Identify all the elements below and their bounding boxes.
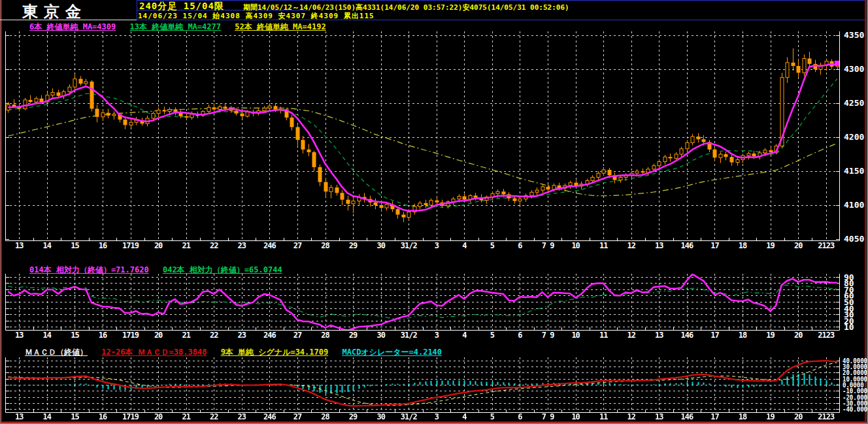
x-tick-label: 6 — [507, 331, 533, 340]
x-tick-label: 4 — [451, 331, 477, 340]
x-tick-label: 13 — [6, 242, 32, 250]
header: 東京金 240分足 15/04限 期間14/05/12～14/06/23(150… — [0, 0, 868, 20]
x-tick-label: 30 — [368, 413, 394, 421]
x-tick-label: 27 — [284, 331, 310, 340]
x-tick-label: 246 — [256, 331, 282, 340]
x-tick-label: 16 — [90, 413, 116, 421]
header-underline — [0, 20, 138, 20]
main-x-axis-labels: 131415161719202122232462728293031/234567… — [5, 242, 840, 251]
x-tick-label: 31/2 — [395, 413, 422, 421]
x-tick-label: 27 — [284, 242, 310, 250]
x-tick-label: 10 — [563, 242, 589, 250]
x-tick-label: 11 — [590, 242, 616, 250]
x-tick-label: 146 — [674, 413, 700, 421]
y-tick-label: 4200 — [844, 133, 864, 142]
x-tick-label: 12 — [618, 413, 644, 421]
x-tick-label: 7 9 — [535, 331, 561, 340]
x-tick-label: 23 — [229, 242, 255, 250]
x-tick-label: 29 — [340, 413, 366, 421]
x-tick-label: 22 — [201, 242, 227, 250]
x-tick-label: 21 — [173, 331, 199, 340]
x-tick-label: 11 — [590, 413, 616, 421]
x-tick-label: 7 9 — [535, 242, 561, 250]
x-tick-label: 2123 — [813, 242, 839, 250]
x-tick-label: 19 — [758, 413, 784, 421]
main-chart-canvas[interactable] — [5, 31, 840, 241]
x-tick-label: 246 — [256, 242, 282, 250]
x-tick-label: 29 — [340, 242, 366, 250]
infobox-border-top — [137, 0, 865, 1]
x-tick-label: 6 — [507, 242, 533, 250]
x-tick-label: 2123 — [813, 413, 839, 421]
oscillator-value-legend[interactable]: MACDオシレーター=4.2140 — [342, 348, 442, 357]
x-tick-label: 22 — [201, 413, 227, 421]
x-tick-label: 13 — [6, 331, 32, 340]
y-tick-label: -40.0000 — [843, 405, 868, 414]
y-tick-label: 4100 — [844, 201, 864, 210]
x-tick-label: 7 9 — [535, 413, 561, 421]
ma13-legend[interactable]: 13本 終値単純 MA=4277 — [129, 22, 220, 31]
rsi14-legend[interactable]: 014本 相対力（終値）=71.7620 — [29, 265, 149, 274]
x-tick-label: 14 — [34, 242, 60, 250]
rsi-x-axis-labels: 131415161719202122232462728293031/234567… — [5, 331, 840, 340]
x-tick-label: 20 — [145, 331, 171, 340]
x-tick-label: 10 — [563, 331, 589, 340]
main-y-axis-labels: 4350430042504200415041004050 — [843, 31, 868, 241]
x-tick-label: 2123 — [813, 331, 839, 340]
x-tick-label: 19 — [758, 242, 784, 250]
x-tick-label: 20 — [785, 413, 811, 421]
frame-left — [1, 0, 2, 424]
x-tick-label: 28 — [312, 242, 339, 250]
rsi-chart-canvas[interactable] — [5, 274, 840, 331]
x-tick-label: 146 — [674, 242, 700, 250]
x-tick-label: 14 — [34, 413, 60, 421]
x-tick-label: 28 — [312, 331, 339, 340]
x-tick-label: 20 — [145, 242, 171, 250]
ma52-legend[interactable]: 52本 終値単純 MA=4192 — [235, 22, 326, 31]
x-tick-label: 13 — [646, 413, 672, 421]
x-tick-label: 12 — [618, 242, 644, 250]
x-tick-label: 5 — [479, 413, 505, 421]
signal-value-legend[interactable]: 9本 単純 シグナル=34.1709 — [221, 348, 329, 357]
x-tick-label: 4 — [451, 413, 477, 421]
x-tick-label: 31/2 — [395, 242, 422, 250]
x-tick-label: 12 — [618, 331, 644, 340]
x-tick-label: 27 — [284, 413, 310, 421]
ma6-legend[interactable]: 6本 終値単純 MA=4309 — [29, 22, 116, 31]
rsi-y-axis-labels: 908070605040302010 — [843, 274, 868, 331]
x-tick-label: 28 — [312, 413, 339, 421]
y-tick-label: 4150 — [844, 167, 864, 176]
x-tick-label: 20 — [785, 242, 811, 250]
x-tick-label: 4 — [451, 242, 477, 250]
macd-chart-canvas[interactable] — [5, 357, 840, 413]
x-tick-label: 13 — [646, 242, 672, 250]
x-tick-label: 23 — [229, 413, 255, 421]
x-tick-label: 11 — [590, 331, 616, 340]
x-tick-label: 15 — [61, 242, 88, 250]
x-tick-label: 20 — [145, 413, 171, 421]
x-tick-label: 5 — [479, 242, 505, 250]
x-tick-label: 6 — [507, 413, 533, 421]
x-tick-label: 17 — [701, 413, 727, 421]
macd-title-legend: ＭＡＣＤ（終値） — [25, 348, 88, 357]
x-tick-label: 19 — [758, 331, 784, 340]
macd-legend: ＭＡＣＤ（終値） 12-26本 ＭＡＣＤ=38.3848 9本 単純 シグナル=… — [25, 347, 451, 358]
y-tick-label: 4050 — [844, 235, 864, 244]
x-tick-label: 246 — [256, 413, 282, 421]
macd-value-legend[interactable]: 12-26本 ＭＡＣＤ=38.3848 — [101, 348, 207, 357]
x-tick-label: 29 — [340, 331, 366, 340]
x-tick-label: 13 — [646, 331, 672, 340]
x-tick-label: 3 — [424, 331, 450, 340]
rsi42-legend[interactable]: 042本 相対力（終値）=65.0744 — [163, 265, 282, 274]
x-tick-label: 18 — [729, 413, 756, 421]
x-tick-label: 1719 — [118, 413, 144, 421]
x-tick-label: 146 — [674, 331, 700, 340]
x-tick-label: 16 — [90, 331, 116, 340]
trading-chart-window: 東京金 240分足 15/04限 期間14/05/12～14/06/23(150… — [0, 0, 868, 424]
x-tick-label: 21 — [173, 242, 199, 250]
y-tick-label: 4250 — [844, 99, 864, 108]
x-tick-label: 1719 — [118, 331, 144, 340]
x-tick-label: 3 — [424, 242, 450, 250]
y-tick-label: 4300 — [844, 65, 864, 74]
y-tick-label: 4350 — [844, 31, 864, 40]
